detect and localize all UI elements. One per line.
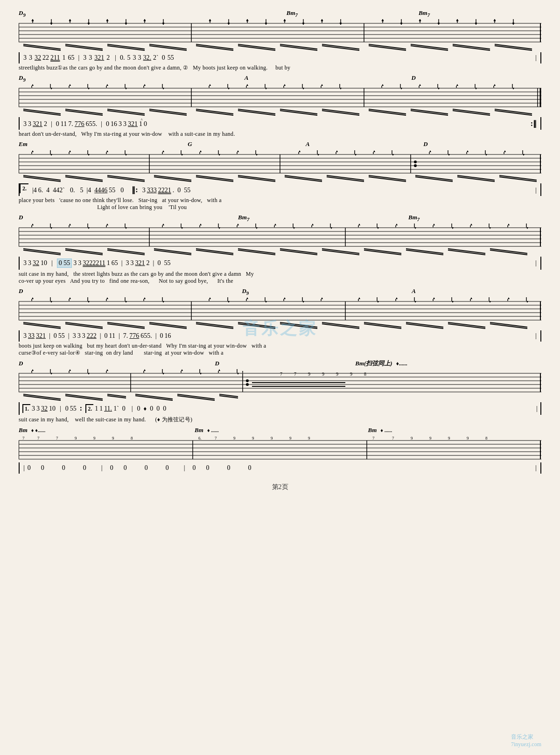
staff-1 (19, 19, 541, 51)
svg-marker-350 (106, 297, 108, 299)
svg-marker-265 (125, 227, 127, 229)
svg-marker-276 (358, 224, 360, 225)
notation-line-7: | 0 0 0 0 | 0 0 0 0 | 0 0 0 0 | (19, 462, 541, 474)
svg-marker-355 (228, 301, 230, 303)
svg-marker-100 (162, 88, 164, 90)
svg-marker-354 (209, 297, 211, 299)
svg-marker-184 (162, 150, 164, 152)
staff-svg-6: 7 7 9 9 9 9 8 (19, 369, 541, 401)
svg-text:8: 8 (131, 436, 133, 440)
staff-svg-7: 7 7 7 9 9 9 8 6. 7 9 9 9 9 9 7 7 9 9 9 (19, 436, 541, 461)
chord-d-6a: D (19, 360, 23, 367)
svg-marker-264 (106, 224, 108, 225)
svg-point-176 (414, 161, 417, 163)
svg-marker-268 (200, 224, 202, 225)
svg-marker-113 (456, 84, 458, 86)
svg-point-177 (414, 164, 417, 167)
staff-2 (19, 84, 541, 116)
svg-marker-45 (400, 23, 402, 25)
svg-marker-359 (302, 301, 304, 303)
svg-marker-364 (414, 301, 416, 303)
svg-marker-191 (317, 154, 319, 156)
svg-marker-94 (50, 88, 52, 90)
chord-line-5: D D9 A (19, 287, 541, 296)
svg-marker-441 (50, 373, 52, 375)
svg-marker-187 (218, 154, 220, 156)
staff-svg-2 (19, 84, 541, 116)
svg-marker-199 (485, 154, 487, 156)
svg-marker-440 (32, 369, 34, 371)
svg-marker-281 (452, 227, 454, 229)
chord-d9-2: D9 (19, 74, 26, 83)
chord-bm7-2: Bm7 (419, 9, 430, 18)
svg-marker-115 (494, 84, 496, 86)
svg-marker-196 (429, 150, 431, 152)
notation-container-6: 1. 3 3 32 10 | 0 55 : 2. 1 1 11. 1` 0 | … (19, 402, 541, 415)
arpeggio-symbol: ♦...... (396, 360, 407, 367)
section-6: D D Bm(扫弦同上) ♦...... (19, 359, 541, 424)
svg-text:9: 9 (93, 436, 96, 440)
svg-marker-282 (470, 224, 472, 225)
svg-marker-447 (181, 369, 183, 371)
svg-marker-37 (302, 23, 304, 25)
svg-marker-15 (69, 19, 71, 21)
lyrics-line-4: suit case in my hand, the street lights … (19, 271, 541, 285)
svg-marker-449 (218, 369, 220, 371)
svg-marker-272 (274, 224, 276, 225)
svg-text:9: 9 (336, 371, 338, 377)
svg-marker-188 (237, 150, 239, 152)
notation-line-4: 3 3 32 10 | 0 55 3 3 3222211 1 65 | 3 3 … (19, 257, 541, 270)
svg-text:9: 9 (233, 436, 236, 440)
chord-a-5: A (412, 287, 416, 295)
chord-d-2: D (412, 74, 416, 82)
svg-marker-93 (32, 84, 34, 86)
svg-marker-114 (475, 88, 477, 90)
svg-marker-285 (526, 227, 528, 229)
chord-line-4: D Bm7 Bm7 (19, 214, 541, 222)
svg-marker-101 (209, 84, 211, 86)
svg-marker-31 (246, 19, 248, 21)
section-5: D D9 A (19, 287, 541, 357)
svg-point-432 (246, 383, 249, 386)
lyrics-line-6: suit case in my hand, well the suit-case… (19, 416, 541, 424)
chord-line-1: D9 Bm7 Bm7 (19, 9, 541, 18)
page-number: 第2页 (19, 483, 541, 491)
lyrics-line-2: heart don't un-der-stand, Why I'm sta-ri… (19, 131, 541, 138)
staff-svg-4 (19, 223, 541, 256)
staff-svg-1 (19, 19, 541, 51)
svg-marker-274 (312, 224, 314, 225)
svg-marker-351 (125, 301, 127, 303)
svg-marker-445 (144, 369, 146, 371)
section-3: Em G A D (19, 140, 541, 211)
svg-text:9: 9 (308, 371, 310, 377)
svg-marker-17 (88, 23, 90, 25)
svg-marker-349 (88, 301, 90, 303)
svg-marker-270 (237, 224, 239, 225)
svg-marker-39 (321, 19, 323, 21)
svg-marker-360 (321, 297, 323, 299)
chord-bm-sweep: Bm(扫弦同上) (355, 359, 392, 368)
svg-marker-27 (209, 19, 211, 21)
svg-marker-21 (125, 23, 127, 25)
chord-d9-5: D9 (242, 287, 249, 296)
svg-marker-103 (246, 84, 248, 86)
svg-marker-181 (88, 154, 90, 156)
svg-marker-356 (246, 297, 248, 299)
svg-marker-370 (526, 301, 528, 303)
chord-a-2: A (245, 74, 249, 82)
svg-marker-51 (456, 19, 458, 21)
section-1: D9 Bm7 Bm7 (19, 9, 541, 71)
notation-line-5: 3 33 321 | 0 55 | 3 3 3 222 | 0 11 | 7. … (19, 330, 541, 342)
svg-marker-269 (218, 227, 220, 229)
svg-marker-267 (181, 227, 183, 229)
svg-marker-346 (32, 297, 34, 299)
svg-marker-284 (508, 224, 510, 225)
staff-svg-3 (19, 150, 541, 182)
staff-4 (19, 223, 541, 256)
svg-marker-108 (340, 88, 342, 90)
chord-bm-7a: Bm (19, 426, 28, 434)
chord-g: G (188, 140, 192, 148)
svg-marker-361 (358, 297, 360, 299)
svg-marker-105 (284, 84, 286, 86)
lyrics-line-1: streetlights buzz①as the cars go by and … (19, 64, 541, 71)
